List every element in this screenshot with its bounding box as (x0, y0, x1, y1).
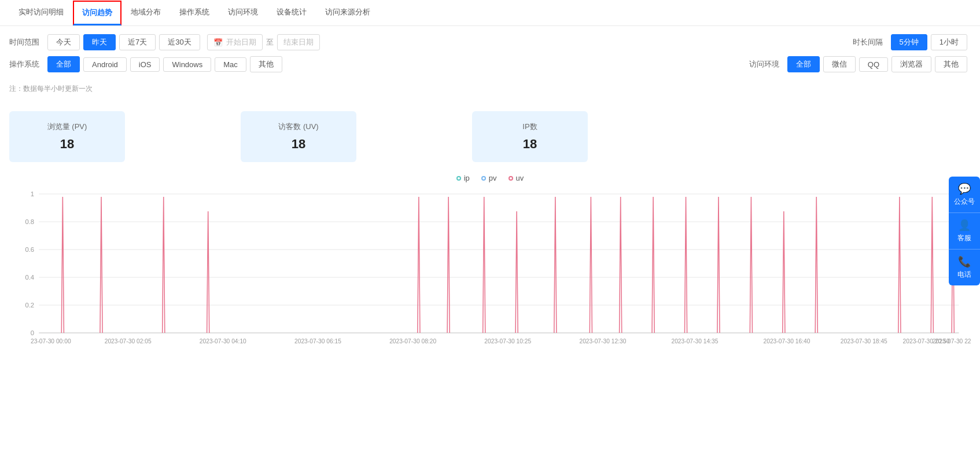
svg-text:0.8: 0.8 (25, 218, 34, 225)
btn-os-all[interactable]: 全部 (47, 56, 80, 72)
svg-text:2023-07-30 06:15: 2023-07-30 06:15 (294, 338, 341, 344)
date-start-input[interactable]: 📅 开始日期 (207, 34, 263, 50)
legend-ip-icon (456, 176, 461, 181)
legend-uv: uv (509, 174, 524, 182)
tab-trend[interactable]: 访问趋势 (73, 1, 121, 25)
tab-realtime[interactable]: 实时访问明细 (9, 0, 73, 26)
btn-os-other[interactable]: 其他 (250, 56, 282, 72)
svg-text:2023-07-30 04:10: 2023-07-30 04:10 (200, 338, 246, 344)
chart-container: ip pv uv 1 0.8 0.6 0.4 0.2 0 (0, 168, 980, 356)
btn-today[interactable]: 今天 (47, 34, 80, 50)
float-service-btn[interactable]: 👤 客服 (949, 213, 980, 250)
date-separator: 至 (266, 37, 274, 47)
svg-text:2023-07-30 02:05: 2023-07-30 02:05 (105, 338, 152, 344)
btn-env-browser[interactable]: 浏览器 (891, 56, 931, 72)
legend-pv: pv (481, 174, 497, 182)
interval-label: 时长间隔 (853, 37, 885, 47)
stat-ip-value: 18 (489, 137, 570, 152)
tab-device[interactable]: 设备统计 (267, 0, 316, 26)
btn-5min[interactable]: 5分钟 (891, 34, 927, 50)
time-range-row: 时间范围 今天 昨天 近7天 近30天 📅 开始日期 至 结束日期 时长间隔 5… (9, 34, 971, 50)
date-start-placeholder: 开始日期 (226, 37, 256, 47)
float-service-label: 客服 (957, 233, 971, 243)
main-chart-svg: 1 0.8 0.6 0.4 0.2 0 (9, 188, 971, 350)
date-range-picker[interactable]: 📅 开始日期 至 结束日期 (207, 34, 320, 50)
phone-icon: 📞 (958, 255, 971, 268)
svg-text:2023-07-30 16:40: 2023-07-30 16:40 (763, 338, 810, 344)
btn-os-android[interactable]: Android (83, 57, 127, 72)
btn-1hour[interactable]: 1小时 (931, 34, 967, 50)
float-phone-btn[interactable]: 📞 电话 (949, 250, 980, 285)
tab-env[interactable]: 访问环境 (219, 0, 267, 26)
btn-30days[interactable]: 近30天 (159, 34, 200, 50)
calendar-icon: 📅 (213, 38, 223, 47)
legend-uv-icon (509, 176, 513, 181)
legend-pv-label: pv (489, 174, 497, 182)
legend-uv-label: uv (516, 174, 524, 182)
svg-text:0.4: 0.4 (25, 274, 34, 281)
float-phone-label: 电话 (957, 270, 971, 280)
float-wechat-btn[interactable]: 💬 公众号 (949, 177, 980, 213)
svg-text:0: 0 (31, 329, 34, 336)
right-filters: 时长间隔 5分钟 1小时 (841, 34, 971, 50)
btn-7days[interactable]: 近7天 (119, 34, 156, 50)
btn-os-windows[interactable]: Windows (163, 57, 211, 72)
tab-os[interactable]: 操作系统 (170, 0, 219, 26)
legend-pv-icon (481, 176, 486, 181)
svg-text:2023-07-30 10:25: 2023-07-30 10:25 (484, 338, 531, 344)
svg-text:2023-07-30 08:20: 2023-07-30 08:20 (389, 338, 436, 344)
btn-os-mac[interactable]: Mac (215, 57, 246, 72)
stat-ip-title: IP数 (489, 122, 570, 132)
stats-cards: 浏览量 (PV) 18 访客数 (UV) 18 IP数 18 (0, 100, 980, 168)
btn-yesterday[interactable]: 昨天 (83, 34, 116, 50)
stat-uv-value: 18 (258, 137, 339, 152)
svg-text:1: 1 (31, 190, 34, 197)
stat-ip: IP数 18 (472, 111, 588, 162)
svg-text:2023-07-30 18:45: 2023-07-30 18:45 (841, 338, 887, 344)
date-end-placeholder: 结束日期 (283, 37, 314, 47)
btn-env-qq[interactable]: QQ (859, 57, 888, 72)
stat-pv: 浏览量 (PV) 18 (9, 111, 125, 162)
legend-ip: ip (456, 174, 470, 182)
chart-legend: ip pv uv (9, 174, 971, 182)
svg-text:2023-07-30 12:30: 2023-07-30 12:30 (579, 338, 626, 344)
service-icon: 👤 (958, 219, 971, 232)
tab-bar: 实时访问明细 访问趋势 地域分布 操作系统 访问环境 设备统计 访问来源分析 (0, 0, 980, 26)
btn-env-all[interactable]: 全部 (787, 56, 820, 72)
date-end-input[interactable]: 结束日期 (277, 34, 320, 50)
float-wechat-label: 公众号 (954, 197, 975, 207)
filters-section: 时间范围 今天 昨天 近7天 近30天 📅 开始日期 至 结束日期 时长间隔 5… (0, 26, 980, 83)
svg-text:2023-07-30 22:55: 2023-07-30 22:55 (933, 338, 971, 344)
btn-env-other[interactable]: 其他 (935, 56, 967, 72)
stat-uv: 访客数 (UV) 18 (241, 111, 356, 162)
chart-area: 1 0.8 0.6 0.4 0.2 0 (9, 188, 971, 350)
wechat-icon: 💬 (958, 182, 971, 195)
svg-text:0.2: 0.2 (25, 302, 34, 309)
svg-text:2023-07-30 14:35: 2023-07-30 14:35 (671, 338, 718, 344)
os-row: 操作系统 全部 Android iOS Windows Mac 其他 访问环境 … (9, 56, 971, 72)
btn-os-ios[interactable]: iOS (130, 57, 160, 72)
stat-pv-value: 18 (27, 137, 108, 152)
visit-env-label: 访问环境 (749, 59, 782, 69)
tab-source[interactable]: 访问来源分析 (316, 0, 380, 26)
tab-region[interactable]: 地域分布 (121, 0, 170, 26)
btn-env-wechat[interactable]: 微信 (823, 56, 856, 72)
stat-uv-title: 访客数 (UV) (258, 122, 339, 132)
os-label: 操作系统 (9, 59, 42, 69)
stat-pv-title: 浏览量 (PV) (27, 122, 108, 132)
float-buttons: 💬 公众号 👤 客服 📞 电话 (949, 177, 980, 285)
svg-text:23-07-30 00:00: 23-07-30 00:00 (31, 338, 71, 344)
visit-env-filters: 访问环境 全部 微信 QQ 浏览器 其他 (738, 56, 971, 72)
time-range-label: 时间范围 (9, 37, 42, 47)
legend-ip-label: ip (464, 174, 470, 182)
update-note: 注：数据每半小时更新一次 (0, 83, 980, 100)
svg-text:0.6: 0.6 (25, 246, 34, 253)
